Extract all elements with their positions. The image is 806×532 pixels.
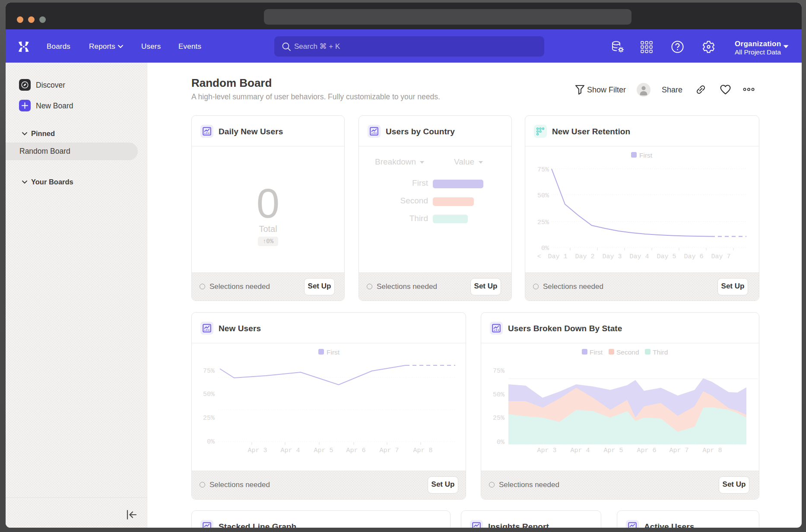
svg-text:25%: 25% [203,415,215,422]
svg-text:Apr 4: Apr 4 [280,447,300,454]
svg-text:Apr 5: Apr 5 [603,447,623,454]
svg-text:Apr 7: Apr 7 [669,447,689,454]
svg-text:Day 7: Day 7 [711,253,730,260]
svg-text:0%: 0% [541,245,549,252]
svg-text:25%: 25% [493,415,505,422]
svg-text:50%: 50% [537,192,549,200]
svg-text:Apr 5: Apr 5 [314,447,333,454]
svg-text:Apr 7: Apr 7 [379,447,399,454]
svg-text:Day 4: Day 4 [629,253,649,260]
svg-text:First: First [327,348,340,356]
svg-text:50%: 50% [493,391,505,399]
svg-text:Day 5: Day 5 [657,253,676,260]
svg-text:0%: 0% [207,438,215,446]
svg-text:Apr 4: Apr 4 [570,447,590,454]
svg-text:Second: Second [616,348,639,356]
svg-text:Day 6: Day 6 [684,253,703,260]
svg-text:Day 1: Day 1 [548,253,567,260]
svg-text:<: < [537,253,541,260]
svg-text:75%: 75% [537,166,549,174]
svg-text:Day 3: Day 3 [602,253,622,260]
svg-text:First: First [639,152,653,159]
svg-text:Apr 3: Apr 3 [248,447,267,454]
svg-text:Apr 8: Apr 8 [413,447,432,454]
svg-text:First: First [590,348,603,356]
svg-text:Apr 8: Apr 8 [702,447,722,454]
svg-text:Day 2: Day 2 [575,253,594,260]
svg-text:Third: Third [653,348,668,356]
svg-text:75%: 75% [493,367,505,375]
svg-text:75%: 75% [203,367,215,375]
svg-text:25%: 25% [537,219,549,226]
svg-text:Apr 3: Apr 3 [537,447,556,454]
svg-text:0%: 0% [497,439,505,446]
svg-text:Apr 6: Apr 6 [637,447,656,454]
svg-text:50%: 50% [203,391,215,398]
svg-text:Apr 6: Apr 6 [346,447,365,454]
